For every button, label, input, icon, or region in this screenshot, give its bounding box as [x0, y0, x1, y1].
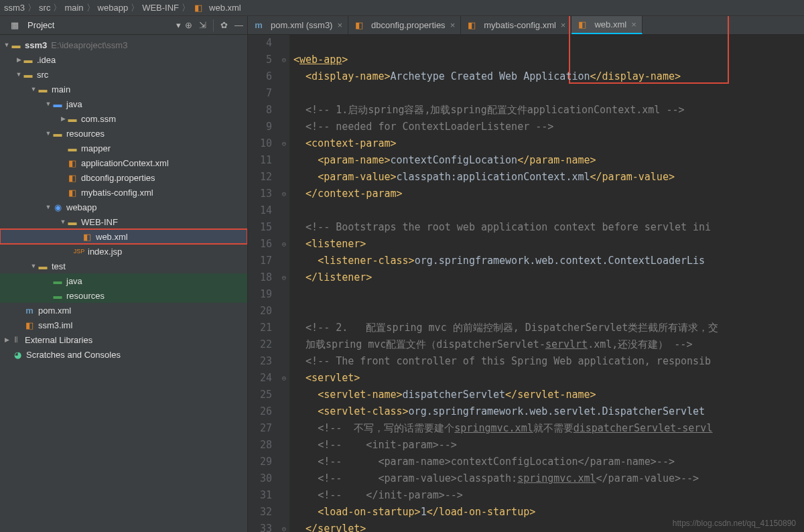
target-icon[interactable]: ⊕ [185, 20, 192, 30]
editor: mpom.xml (ssm3)× ◧dbconfig.properties× ◧… [248, 16, 804, 532]
tree-root[interactable]: ▼▬ssm3E:\ideaproject\ssm3 [0, 38, 247, 52]
tree-item-webxml[interactable]: ◧web.xml [0, 229, 247, 244]
tree-item[interactable]: ▼▬main [0, 82, 247, 96]
breadcrumb: ssm3〉 src〉 main〉 webapp〉 WEB-INF〉 ◧web.x… [0, 0, 804, 16]
sidebar-title[interactable]: Project [27, 20, 172, 30]
tree-item[interactable]: ▼▬WEB-INF [0, 214, 247, 229]
tree-item[interactable]: mpom.xml [0, 303, 247, 318]
code-editor[interactable]: 4567891011121314151617181920212223242526… [248, 35, 804, 532]
tree-item[interactable]: ◧ssm3.iml [0, 318, 247, 332]
tree-item[interactable]: ▶▬com.ssm [0, 111, 247, 126]
editor-tab[interactable]: ◧mybatis-config.xml× [461, 16, 572, 34]
tree-item[interactable]: ▼▬test [0, 259, 247, 273]
tree-item[interactable]: ◧dbconfig.properties [0, 170, 247, 185]
project-sidebar: ▦ Project ▾ ⊕ ⇲ ✿ — ▼▬ssm3E:\ideaproject… [0, 16, 248, 532]
project-icon: ▦ [9, 20, 20, 31]
editor-tab[interactable]: ◧dbconfig.properties× [348, 16, 461, 34]
project-tree: ▼▬ssm3E:\ideaproject\ssm3 ▶▬.idea ▼▬src … [0, 35, 247, 532]
breadcrumb-item[interactable]: ssm3 [4, 3, 25, 13]
code-content[interactable]: <web-app> <display-name>Archetype Create… [289, 35, 804, 532]
tree-item[interactable]: ▼▬src [0, 67, 247, 82]
editor-tab-active[interactable]: ◧web.xml× [572, 16, 642, 34]
breadcrumb-item[interactable]: WEB-INF [142, 3, 179, 13]
tree-item[interactable]: ▬mapper [0, 141, 247, 155]
breadcrumb-item[interactable]: webapp [98, 3, 129, 13]
hide-icon[interactable]: — [234, 20, 243, 30]
watermark: https://blog.csdn.net/qq_41150890 [673, 519, 796, 528]
tree-item[interactable]: ▼▬java [0, 96, 247, 111]
tree-item[interactable]: ▶⫴External Libraries [0, 332, 247, 347]
tree-item[interactable]: ▶▬.idea [0, 52, 247, 67]
gear-icon[interactable]: ✿ [220, 20, 228, 30]
close-icon[interactable]: × [631, 19, 636, 29]
tree-item[interactable]: ◕Scratches and Consoles [0, 347, 247, 362]
breadcrumb-item[interactable]: ◧web.xml [193, 3, 241, 13]
tree-item[interactable]: ▬java [0, 273, 247, 288]
breadcrumb-item[interactable]: main [64, 3, 83, 13]
close-icon[interactable]: × [450, 20, 456, 30]
tree-item[interactable]: ▼▬resources [0, 126, 247, 141]
editor-tab[interactable]: mpom.xml (ssm3)× [248, 16, 348, 34]
tree-item[interactable]: ◧applicationContext.xml [0, 155, 247, 170]
tree-item[interactable]: ▼◉webapp [0, 200, 247, 214]
editor-tabs: mpom.xml (ssm3)× ◧dbconfig.properties× ◧… [248, 16, 804, 35]
close-icon[interactable]: × [337, 20, 342, 30]
tree-item[interactable]: JSPindex.jsp [0, 244, 247, 259]
breadcrumb-item[interactable]: src [39, 3, 50, 13]
fold-column[interactable]: ⊖⊖⊖⊖⊖⊖⊖ [279, 35, 289, 532]
tree-item[interactable]: ▬resources [0, 288, 247, 303]
dropdown-icon[interactable]: ▾ [176, 20, 181, 30]
tree-item[interactable]: ◧mybatis-config.xml [0, 185, 247, 200]
close-icon[interactable]: × [561, 20, 566, 30]
line-gutter: 4567891011121314151617181920212223242526… [248, 35, 279, 532]
collapse-icon[interactable]: ⇲ [199, 20, 206, 30]
